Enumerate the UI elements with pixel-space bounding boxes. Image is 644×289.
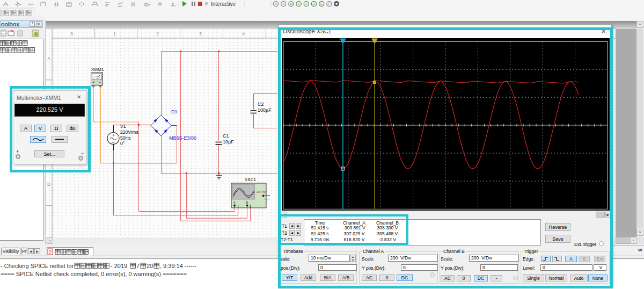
svg-text:−: − — [99, 81, 101, 84]
svg-text:A: A — [233, 201, 236, 204]
svg-text:Ext Trig: Ext Trig — [257, 190, 266, 193]
svg-text:==== SPICE Netlist check compl: ==== SPICE Netlist check completed, 0 er… — [1, 271, 187, 277]
svg-text:10µF: 10µF — [223, 139, 234, 144]
svg-text:B: B — [246, 201, 248, 204]
svg-text:A: A — [305, 2, 308, 5]
svg-text:*: * — [86, 249, 89, 255]
svg-text:V1: V1 — [120, 124, 126, 129]
svg-text:D1: D1 — [171, 109, 178, 114]
svg-text:100µF: 100µF — [258, 107, 272, 113]
svg-text:- 2019: - 2019 — [111, 263, 127, 269]
svg-text:V: V — [298, 2, 300, 5]
svg-text:P: P — [328, 2, 330, 5]
svg-text:220Vrms: 220Vrms — [120, 129, 138, 135]
svg-text:G: G — [320, 2, 323, 5]
svg-text:C2: C2 — [258, 102, 264, 107]
svg-text:20: 20 — [147, 263, 153, 269]
svg-text:−: − — [112, 140, 115, 145]
svg-text:V: V — [313, 2, 315, 5]
svg-text:- Checking SPICE netlist for: - Checking SPICE netlist for — [1, 263, 74, 269]
svg-text:50Hz: 50Hz — [120, 135, 131, 141]
svg-text:7: 7 — [136, 263, 140, 269]
svg-text:C1: C1 — [223, 133, 229, 139]
svg-text:V: V — [275, 2, 277, 5]
svg-text:XSC1: XSC1 — [245, 177, 256, 182]
svg-text:MB6S-E3/80: MB6S-E3/80 — [169, 135, 196, 141]
svg-text:A: A — [282, 2, 284, 5]
svg-text:+: + — [112, 133, 115, 138]
svg-text:, 9:39:14 ------: , 9:39:14 ------ — [160, 263, 196, 269]
svg-text:XMM1: XMM1 — [91, 67, 104, 72]
svg-text:0°: 0° — [120, 141, 125, 146]
svg-text:+: + — [92, 81, 94, 84]
svg-text:W: W — [290, 2, 293, 5]
svg-text:Interactive: Interactive — [211, 1, 236, 7]
